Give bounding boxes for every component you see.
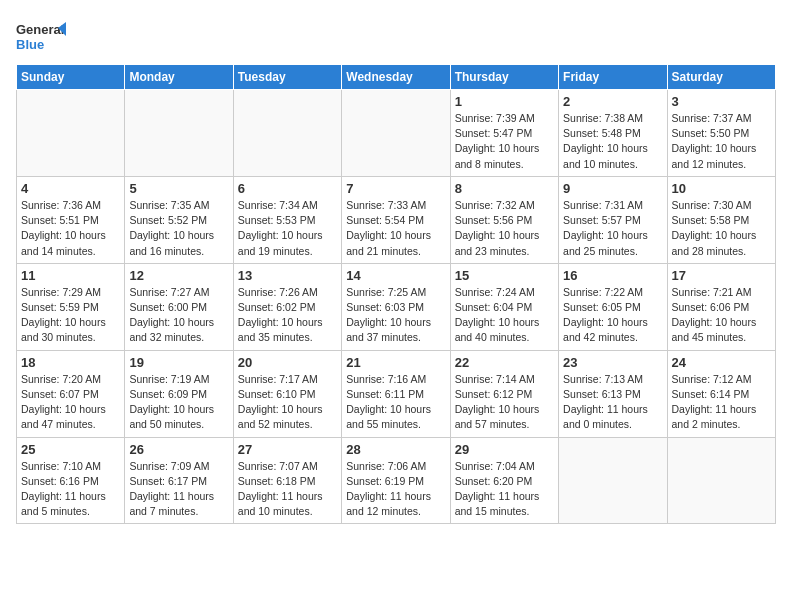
calendar-cell: 1Sunrise: 7:39 AM Sunset: 5:47 PM Daylig… bbox=[450, 90, 558, 177]
day-info: Sunrise: 7:17 AM Sunset: 6:10 PM Dayligh… bbox=[238, 372, 337, 433]
day-number: 23 bbox=[563, 355, 662, 370]
calendar-cell: 12Sunrise: 7:27 AM Sunset: 6:00 PM Dayli… bbox=[125, 263, 233, 350]
day-info: Sunrise: 7:37 AM Sunset: 5:50 PM Dayligh… bbox=[672, 111, 771, 172]
day-info: Sunrise: 7:16 AM Sunset: 6:11 PM Dayligh… bbox=[346, 372, 445, 433]
day-info: Sunrise: 7:12 AM Sunset: 6:14 PM Dayligh… bbox=[672, 372, 771, 433]
calendar-cell: 5Sunrise: 7:35 AM Sunset: 5:52 PM Daylig… bbox=[125, 176, 233, 263]
day-number: 1 bbox=[455, 94, 554, 109]
calendar-cell: 29Sunrise: 7:04 AM Sunset: 6:20 PM Dayli… bbox=[450, 437, 558, 524]
logo: GeneralBlue bbox=[16, 16, 66, 56]
calendar-cell: 8Sunrise: 7:32 AM Sunset: 5:56 PM Daylig… bbox=[450, 176, 558, 263]
day-number: 21 bbox=[346, 355, 445, 370]
day-info: Sunrise: 7:09 AM Sunset: 6:17 PM Dayligh… bbox=[129, 459, 228, 520]
calendar-cell bbox=[667, 437, 775, 524]
day-number: 22 bbox=[455, 355, 554, 370]
day-info: Sunrise: 7:24 AM Sunset: 6:04 PM Dayligh… bbox=[455, 285, 554, 346]
svg-text:Blue: Blue bbox=[16, 37, 44, 52]
day-number: 25 bbox=[21, 442, 120, 457]
day-number: 9 bbox=[563, 181, 662, 196]
day-info: Sunrise: 7:14 AM Sunset: 6:12 PM Dayligh… bbox=[455, 372, 554, 433]
calendar-cell: 18Sunrise: 7:20 AM Sunset: 6:07 PM Dayli… bbox=[17, 350, 125, 437]
day-number: 7 bbox=[346, 181, 445, 196]
calendar-cell: 15Sunrise: 7:24 AM Sunset: 6:04 PM Dayli… bbox=[450, 263, 558, 350]
calendar-cell: 11Sunrise: 7:29 AM Sunset: 5:59 PM Dayli… bbox=[17, 263, 125, 350]
calendar-cell bbox=[342, 90, 450, 177]
page-header: GeneralBlue bbox=[16, 16, 776, 56]
calendar-cell bbox=[233, 90, 341, 177]
calendar-cell: 19Sunrise: 7:19 AM Sunset: 6:09 PM Dayli… bbox=[125, 350, 233, 437]
day-number: 11 bbox=[21, 268, 120, 283]
day-number: 27 bbox=[238, 442, 337, 457]
day-info: Sunrise: 7:26 AM Sunset: 6:02 PM Dayligh… bbox=[238, 285, 337, 346]
calendar-cell: 9Sunrise: 7:31 AM Sunset: 5:57 PM Daylig… bbox=[559, 176, 667, 263]
day-number: 16 bbox=[563, 268, 662, 283]
calendar-cell: 24Sunrise: 7:12 AM Sunset: 6:14 PM Dayli… bbox=[667, 350, 775, 437]
column-header-sunday: Sunday bbox=[17, 65, 125, 90]
calendar-cell bbox=[559, 437, 667, 524]
day-number: 28 bbox=[346, 442, 445, 457]
calendar-cell: 17Sunrise: 7:21 AM Sunset: 6:06 PM Dayli… bbox=[667, 263, 775, 350]
calendar-table: SundayMondayTuesdayWednesdayThursdayFrid… bbox=[16, 64, 776, 524]
day-info: Sunrise: 7:21 AM Sunset: 6:06 PM Dayligh… bbox=[672, 285, 771, 346]
day-info: Sunrise: 7:29 AM Sunset: 5:59 PM Dayligh… bbox=[21, 285, 120, 346]
calendar-cell: 7Sunrise: 7:33 AM Sunset: 5:54 PM Daylig… bbox=[342, 176, 450, 263]
calendar-cell: 16Sunrise: 7:22 AM Sunset: 6:05 PM Dayli… bbox=[559, 263, 667, 350]
day-number: 12 bbox=[129, 268, 228, 283]
calendar-week-2: 11Sunrise: 7:29 AM Sunset: 5:59 PM Dayli… bbox=[17, 263, 776, 350]
calendar-cell: 22Sunrise: 7:14 AM Sunset: 6:12 PM Dayli… bbox=[450, 350, 558, 437]
calendar-cell: 25Sunrise: 7:10 AM Sunset: 6:16 PM Dayli… bbox=[17, 437, 125, 524]
calendar-cell: 3Sunrise: 7:37 AM Sunset: 5:50 PM Daylig… bbox=[667, 90, 775, 177]
calendar-cell: 4Sunrise: 7:36 AM Sunset: 5:51 PM Daylig… bbox=[17, 176, 125, 263]
calendar-header-row: SundayMondayTuesdayWednesdayThursdayFrid… bbox=[17, 65, 776, 90]
day-info: Sunrise: 7:35 AM Sunset: 5:52 PM Dayligh… bbox=[129, 198, 228, 259]
calendar-cell: 13Sunrise: 7:26 AM Sunset: 6:02 PM Dayli… bbox=[233, 263, 341, 350]
day-info: Sunrise: 7:31 AM Sunset: 5:57 PM Dayligh… bbox=[563, 198, 662, 259]
calendar-cell bbox=[17, 90, 125, 177]
calendar-cell: 26Sunrise: 7:09 AM Sunset: 6:17 PM Dayli… bbox=[125, 437, 233, 524]
column-header-monday: Monday bbox=[125, 65, 233, 90]
calendar-week-3: 18Sunrise: 7:20 AM Sunset: 6:07 PM Dayli… bbox=[17, 350, 776, 437]
day-number: 24 bbox=[672, 355, 771, 370]
calendar-cell: 10Sunrise: 7:30 AM Sunset: 5:58 PM Dayli… bbox=[667, 176, 775, 263]
day-info: Sunrise: 7:33 AM Sunset: 5:54 PM Dayligh… bbox=[346, 198, 445, 259]
day-info: Sunrise: 7:22 AM Sunset: 6:05 PM Dayligh… bbox=[563, 285, 662, 346]
day-number: 17 bbox=[672, 268, 771, 283]
calendar-week-0: 1Sunrise: 7:39 AM Sunset: 5:47 PM Daylig… bbox=[17, 90, 776, 177]
calendar-cell: 6Sunrise: 7:34 AM Sunset: 5:53 PM Daylig… bbox=[233, 176, 341, 263]
day-info: Sunrise: 7:19 AM Sunset: 6:09 PM Dayligh… bbox=[129, 372, 228, 433]
svg-text:General: General bbox=[16, 22, 64, 37]
day-number: 5 bbox=[129, 181, 228, 196]
day-number: 18 bbox=[21, 355, 120, 370]
day-number: 6 bbox=[238, 181, 337, 196]
day-number: 3 bbox=[672, 94, 771, 109]
column-header-thursday: Thursday bbox=[450, 65, 558, 90]
column-header-wednesday: Wednesday bbox=[342, 65, 450, 90]
day-info: Sunrise: 7:36 AM Sunset: 5:51 PM Dayligh… bbox=[21, 198, 120, 259]
calendar-cell: 23Sunrise: 7:13 AM Sunset: 6:13 PM Dayli… bbox=[559, 350, 667, 437]
column-header-saturday: Saturday bbox=[667, 65, 775, 90]
calendar-cell: 2Sunrise: 7:38 AM Sunset: 5:48 PM Daylig… bbox=[559, 90, 667, 177]
day-info: Sunrise: 7:06 AM Sunset: 6:19 PM Dayligh… bbox=[346, 459, 445, 520]
day-number: 29 bbox=[455, 442, 554, 457]
calendar-cell: 28Sunrise: 7:06 AM Sunset: 6:19 PM Dayli… bbox=[342, 437, 450, 524]
day-info: Sunrise: 7:13 AM Sunset: 6:13 PM Dayligh… bbox=[563, 372, 662, 433]
day-number: 13 bbox=[238, 268, 337, 283]
day-info: Sunrise: 7:30 AM Sunset: 5:58 PM Dayligh… bbox=[672, 198, 771, 259]
calendar-week-1: 4Sunrise: 7:36 AM Sunset: 5:51 PM Daylig… bbox=[17, 176, 776, 263]
day-number: 4 bbox=[21, 181, 120, 196]
day-info: Sunrise: 7:39 AM Sunset: 5:47 PM Dayligh… bbox=[455, 111, 554, 172]
day-info: Sunrise: 7:07 AM Sunset: 6:18 PM Dayligh… bbox=[238, 459, 337, 520]
calendar-cell: 21Sunrise: 7:16 AM Sunset: 6:11 PM Dayli… bbox=[342, 350, 450, 437]
day-number: 19 bbox=[129, 355, 228, 370]
day-info: Sunrise: 7:38 AM Sunset: 5:48 PM Dayligh… bbox=[563, 111, 662, 172]
calendar-cell: 14Sunrise: 7:25 AM Sunset: 6:03 PM Dayli… bbox=[342, 263, 450, 350]
calendar-week-4: 25Sunrise: 7:10 AM Sunset: 6:16 PM Dayli… bbox=[17, 437, 776, 524]
day-info: Sunrise: 7:10 AM Sunset: 6:16 PM Dayligh… bbox=[21, 459, 120, 520]
day-number: 20 bbox=[238, 355, 337, 370]
calendar-cell bbox=[125, 90, 233, 177]
day-info: Sunrise: 7:20 AM Sunset: 6:07 PM Dayligh… bbox=[21, 372, 120, 433]
day-info: Sunrise: 7:34 AM Sunset: 5:53 PM Dayligh… bbox=[238, 198, 337, 259]
day-number: 10 bbox=[672, 181, 771, 196]
column-header-tuesday: Tuesday bbox=[233, 65, 341, 90]
logo-svg: GeneralBlue bbox=[16, 16, 66, 56]
